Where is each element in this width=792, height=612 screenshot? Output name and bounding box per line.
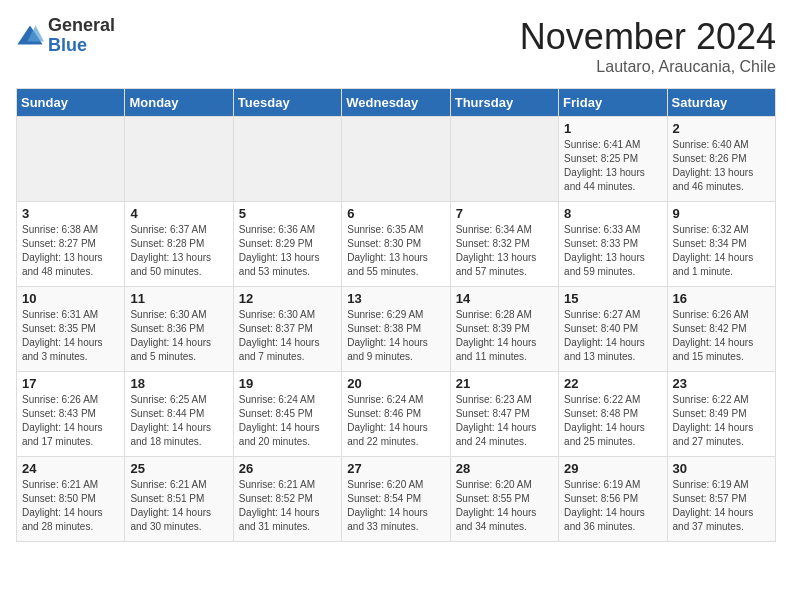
day-info: Sunrise: 6:26 AM Sunset: 8:42 PM Dayligh… <box>673 308 770 364</box>
day-info: Sunrise: 6:35 AM Sunset: 8:30 PM Dayligh… <box>347 223 444 279</box>
calendar-cell <box>125 117 233 202</box>
day-number: 8 <box>564 206 661 221</box>
day-number: 1 <box>564 121 661 136</box>
day-number: 12 <box>239 291 336 306</box>
day-info: Sunrise: 6:32 AM Sunset: 8:34 PM Dayligh… <box>673 223 770 279</box>
calendar-cell: 28Sunrise: 6:20 AM Sunset: 8:55 PM Dayli… <box>450 457 558 542</box>
calendar-cell: 23Sunrise: 6:22 AM Sunset: 8:49 PM Dayli… <box>667 372 775 457</box>
day-number: 10 <box>22 291 119 306</box>
logo-general-text: General <box>48 16 115 36</box>
day-info: Sunrise: 6:31 AM Sunset: 8:35 PM Dayligh… <box>22 308 119 364</box>
day-number: 21 <box>456 376 553 391</box>
day-number: 14 <box>456 291 553 306</box>
day-info: Sunrise: 6:24 AM Sunset: 8:45 PM Dayligh… <box>239 393 336 449</box>
day-number: 17 <box>22 376 119 391</box>
header-sunday: Sunday <box>17 89 125 117</box>
day-info: Sunrise: 6:40 AM Sunset: 8:26 PM Dayligh… <box>673 138 770 194</box>
day-number: 16 <box>673 291 770 306</box>
logo: General Blue <box>16 16 115 56</box>
calendar-cell: 8Sunrise: 6:33 AM Sunset: 8:33 PM Daylig… <box>559 202 667 287</box>
day-info: Sunrise: 6:22 AM Sunset: 8:48 PM Dayligh… <box>564 393 661 449</box>
weekday-header-row: SundayMondayTuesdayWednesdayThursdayFrid… <box>17 89 776 117</box>
day-info: Sunrise: 6:24 AM Sunset: 8:46 PM Dayligh… <box>347 393 444 449</box>
day-number: 23 <box>673 376 770 391</box>
day-number: 13 <box>347 291 444 306</box>
day-info: Sunrise: 6:21 AM Sunset: 8:52 PM Dayligh… <box>239 478 336 534</box>
day-number: 29 <box>564 461 661 476</box>
logo-icon <box>16 22 44 50</box>
day-info: Sunrise: 6:41 AM Sunset: 8:25 PM Dayligh… <box>564 138 661 194</box>
month-title: November 2024 <box>520 16 776 58</box>
day-number: 22 <box>564 376 661 391</box>
calendar-cell <box>233 117 341 202</box>
day-number: 4 <box>130 206 227 221</box>
calendar-cell: 11Sunrise: 6:30 AM Sunset: 8:36 PM Dayli… <box>125 287 233 372</box>
day-info: Sunrise: 6:29 AM Sunset: 8:38 PM Dayligh… <box>347 308 444 364</box>
day-number: 27 <box>347 461 444 476</box>
day-number: 18 <box>130 376 227 391</box>
week-row-3: 10Sunrise: 6:31 AM Sunset: 8:35 PM Dayli… <box>17 287 776 372</box>
day-number: 7 <box>456 206 553 221</box>
calendar-cell <box>342 117 450 202</box>
calendar-cell: 3Sunrise: 6:38 AM Sunset: 8:27 PM Daylig… <box>17 202 125 287</box>
day-number: 5 <box>239 206 336 221</box>
calendar-cell: 30Sunrise: 6:19 AM Sunset: 8:57 PM Dayli… <box>667 457 775 542</box>
location-title: Lautaro, Araucania, Chile <box>520 58 776 76</box>
calendar-cell: 27Sunrise: 6:20 AM Sunset: 8:54 PM Dayli… <box>342 457 450 542</box>
day-number: 28 <box>456 461 553 476</box>
calendar-cell: 6Sunrise: 6:35 AM Sunset: 8:30 PM Daylig… <box>342 202 450 287</box>
calendar-cell: 25Sunrise: 6:21 AM Sunset: 8:51 PM Dayli… <box>125 457 233 542</box>
day-info: Sunrise: 6:30 AM Sunset: 8:36 PM Dayligh… <box>130 308 227 364</box>
calendar-cell: 24Sunrise: 6:21 AM Sunset: 8:50 PM Dayli… <box>17 457 125 542</box>
calendar-cell: 14Sunrise: 6:28 AM Sunset: 8:39 PM Dayli… <box>450 287 558 372</box>
calendar-cell: 15Sunrise: 6:27 AM Sunset: 8:40 PM Dayli… <box>559 287 667 372</box>
calendar-cell: 21Sunrise: 6:23 AM Sunset: 8:47 PM Dayli… <box>450 372 558 457</box>
day-info: Sunrise: 6:21 AM Sunset: 8:50 PM Dayligh… <box>22 478 119 534</box>
calendar-cell: 18Sunrise: 6:25 AM Sunset: 8:44 PM Dayli… <box>125 372 233 457</box>
calendar-cell: 12Sunrise: 6:30 AM Sunset: 8:37 PM Dayli… <box>233 287 341 372</box>
week-row-4: 17Sunrise: 6:26 AM Sunset: 8:43 PM Dayli… <box>17 372 776 457</box>
week-row-1: 1Sunrise: 6:41 AM Sunset: 8:25 PM Daylig… <box>17 117 776 202</box>
day-number: 11 <box>130 291 227 306</box>
day-info: Sunrise: 6:26 AM Sunset: 8:43 PM Dayligh… <box>22 393 119 449</box>
day-number: 2 <box>673 121 770 136</box>
calendar-cell <box>17 117 125 202</box>
day-info: Sunrise: 6:38 AM Sunset: 8:27 PM Dayligh… <box>22 223 119 279</box>
header-friday: Friday <box>559 89 667 117</box>
calendar-cell: 10Sunrise: 6:31 AM Sunset: 8:35 PM Dayli… <box>17 287 125 372</box>
day-number: 20 <box>347 376 444 391</box>
calendar-cell: 26Sunrise: 6:21 AM Sunset: 8:52 PM Dayli… <box>233 457 341 542</box>
title-area: November 2024 Lautaro, Araucania, Chile <box>520 16 776 76</box>
calendar-cell: 9Sunrise: 6:32 AM Sunset: 8:34 PM Daylig… <box>667 202 775 287</box>
day-number: 3 <box>22 206 119 221</box>
day-info: Sunrise: 6:20 AM Sunset: 8:54 PM Dayligh… <box>347 478 444 534</box>
calendar-cell: 29Sunrise: 6:19 AM Sunset: 8:56 PM Dayli… <box>559 457 667 542</box>
day-info: Sunrise: 6:36 AM Sunset: 8:29 PM Dayligh… <box>239 223 336 279</box>
calendar-cell: 4Sunrise: 6:37 AM Sunset: 8:28 PM Daylig… <box>125 202 233 287</box>
day-info: Sunrise: 6:30 AM Sunset: 8:37 PM Dayligh… <box>239 308 336 364</box>
calendar-cell: 22Sunrise: 6:22 AM Sunset: 8:48 PM Dayli… <box>559 372 667 457</box>
day-info: Sunrise: 6:25 AM Sunset: 8:44 PM Dayligh… <box>130 393 227 449</box>
calendar-cell: 19Sunrise: 6:24 AM Sunset: 8:45 PM Dayli… <box>233 372 341 457</box>
day-info: Sunrise: 6:23 AM Sunset: 8:47 PM Dayligh… <box>456 393 553 449</box>
day-info: Sunrise: 6:20 AM Sunset: 8:55 PM Dayligh… <box>456 478 553 534</box>
day-info: Sunrise: 6:19 AM Sunset: 8:56 PM Dayligh… <box>564 478 661 534</box>
day-info: Sunrise: 6:27 AM Sunset: 8:40 PM Dayligh… <box>564 308 661 364</box>
calendar-cell: 13Sunrise: 6:29 AM Sunset: 8:38 PM Dayli… <box>342 287 450 372</box>
logo-blue-text: Blue <box>48 36 115 56</box>
day-number: 9 <box>673 206 770 221</box>
calendar-cell: 1Sunrise: 6:41 AM Sunset: 8:25 PM Daylig… <box>559 117 667 202</box>
header-tuesday: Tuesday <box>233 89 341 117</box>
calendar-cell: 17Sunrise: 6:26 AM Sunset: 8:43 PM Dayli… <box>17 372 125 457</box>
header-saturday: Saturday <box>667 89 775 117</box>
day-info: Sunrise: 6:34 AM Sunset: 8:32 PM Dayligh… <box>456 223 553 279</box>
day-info: Sunrise: 6:37 AM Sunset: 8:28 PM Dayligh… <box>130 223 227 279</box>
header-wednesday: Wednesday <box>342 89 450 117</box>
week-row-5: 24Sunrise: 6:21 AM Sunset: 8:50 PM Dayli… <box>17 457 776 542</box>
day-info: Sunrise: 6:33 AM Sunset: 8:33 PM Dayligh… <box>564 223 661 279</box>
header-thursday: Thursday <box>450 89 558 117</box>
day-info: Sunrise: 6:22 AM Sunset: 8:49 PM Dayligh… <box>673 393 770 449</box>
day-number: 19 <box>239 376 336 391</box>
header: General Blue November 2024 Lautaro, Arau… <box>16 16 776 76</box>
calendar-cell: 7Sunrise: 6:34 AM Sunset: 8:32 PM Daylig… <box>450 202 558 287</box>
